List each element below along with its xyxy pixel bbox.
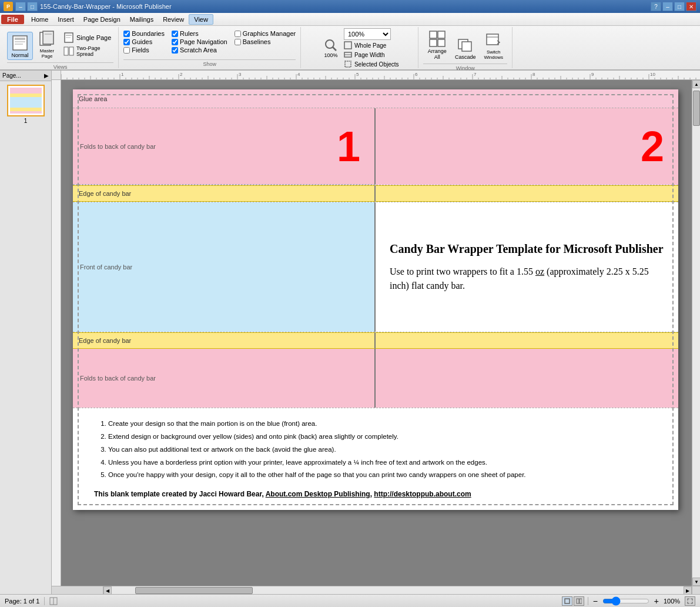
svg-rect-3 xyxy=(15,44,23,45)
scroll-thumb-h[interactable] xyxy=(135,587,253,594)
svg-rect-23 xyxy=(462,42,471,51)
svg-rect-2 xyxy=(15,41,25,42)
status-view-btn-2[interactable] xyxy=(574,596,584,606)
zoom-minus-btn[interactable]: − xyxy=(592,596,599,606)
boundaries-check[interactable] xyxy=(123,31,130,37)
two-page-spread-btn[interactable]: Two-PageSpread xyxy=(61,45,113,58)
status-sep1 xyxy=(44,597,45,605)
zoom-percent-btn[interactable]: 100% xyxy=(320,36,341,60)
canvas-wrapper: Glue area Folds to back of candy bar 1 xyxy=(61,80,692,586)
boundaries-label: Boundaries xyxy=(132,30,165,37)
scroll-up-btn[interactable]: ▲ xyxy=(692,80,700,88)
cascade-btn[interactable]: Cascade xyxy=(453,34,478,61)
window-title: 155-Candy-Bar-Wrapper - Microsoft Publis… xyxy=(40,3,172,10)
restore-window-btn[interactable]: □ xyxy=(674,2,685,11)
ribbon: Normal MasterPage Single Page Two-PageSp… xyxy=(0,26,700,71)
layout-small-btns: Single Page Two-PageSpread xyxy=(61,32,113,60)
scroll-track-v xyxy=(692,88,700,578)
minimize-btn[interactable]: – xyxy=(15,2,26,11)
scroll-left-btn[interactable]: ◀ xyxy=(103,586,112,594)
scrollbar-horizontal[interactable]: ◀ ▶ xyxy=(103,586,692,594)
scroll-down-btn[interactable]: ▼ xyxy=(692,578,700,586)
show-col-1: Boundaries Guides Fields xyxy=(123,29,165,54)
show-col-2: Rulers Page Navigation Scratch Area xyxy=(172,29,227,54)
menu-file[interactable]: File xyxy=(1,15,24,24)
fullscreen-btn[interactable] xyxy=(685,596,695,606)
edge-top-right xyxy=(376,185,678,202)
back-section-bottom-left: Folds to back of candy bar xyxy=(73,349,376,408)
edge-bottom-row: Edge of candy bar xyxy=(73,332,678,349)
number-2: 2 xyxy=(641,125,664,168)
svg-rect-167 xyxy=(580,599,582,603)
arrange-all-btn[interactable]: ArrangeAll xyxy=(424,28,450,61)
menu-home[interactable]: Home xyxy=(26,15,53,24)
status-bar: Page: 1 of 1 − + 100% xyxy=(0,594,700,607)
single-page-btn[interactable]: Single Page xyxy=(61,32,113,44)
arrange-all-icon xyxy=(428,29,447,48)
template-title: Candy Bar Wrapper Template for Microsoft… xyxy=(390,241,664,256)
scratch-check[interactable] xyxy=(172,47,178,54)
svg-rect-27 xyxy=(10,88,42,94)
ribbon-group-zoom: 100% 100% 75% 150% Whole Page Page Width xyxy=(301,27,418,68)
cascade-label: Cascade xyxy=(455,54,476,60)
switch-windows-icon xyxy=(484,31,503,49)
svg-rect-29 xyxy=(10,97,42,108)
zoom-slider[interactable] xyxy=(602,598,649,605)
svg-rect-28 xyxy=(10,94,42,97)
menu-insert[interactable]: Insert xyxy=(53,15,79,24)
edge-bottom-right xyxy=(376,332,678,349)
scroll-right-btn[interactable]: ▶ xyxy=(684,586,692,594)
ribbon-group-window: ArrangeAll Cascade SwitchWindows Window xyxy=(418,27,513,68)
fields-check[interactable] xyxy=(123,47,130,54)
rulers-check[interactable] xyxy=(172,31,178,37)
status-view-btn-1[interactable] xyxy=(562,596,572,606)
menu-review[interactable]: Review xyxy=(158,15,189,24)
zoom-plus-btn[interactable]: + xyxy=(653,596,660,606)
view-normal-btn[interactable]: Normal xyxy=(7,32,33,60)
close-window-btn[interactable]: ✕ xyxy=(686,2,696,11)
guides-label: Guides xyxy=(132,38,152,45)
svg-rect-9 xyxy=(66,37,71,38)
status-icon xyxy=(49,597,58,605)
graphics-mgr-check[interactable] xyxy=(235,31,241,37)
number-1: 1 xyxy=(337,125,360,168)
menu-page-design[interactable]: Page Design xyxy=(79,15,125,24)
fields-label: Fields xyxy=(132,46,149,54)
pages-panel: Page... ▶ 1 xyxy=(0,71,52,594)
scratch-label: Scratch Area xyxy=(180,46,217,54)
scroll-thumb-v[interactable] xyxy=(693,91,700,126)
page-nav-label: Page Navigation xyxy=(180,38,227,45)
scrollbar-vertical[interactable]: ▲ ▼ xyxy=(692,80,700,586)
help-btn[interactable]: ? xyxy=(651,2,661,11)
svg-rect-6 xyxy=(45,34,52,35)
svg-rect-24 xyxy=(487,34,498,45)
svg-rect-17 xyxy=(345,61,351,67)
switch-windows-btn[interactable]: SwitchWindows xyxy=(481,29,507,61)
zoom-percent-label: 100% xyxy=(324,52,337,58)
svg-rect-20 xyxy=(430,39,437,46)
svg-text:3: 3 xyxy=(239,72,242,77)
svg-rect-8 xyxy=(66,35,72,36)
guides-check[interactable] xyxy=(123,39,130,45)
canvas-area[interactable]: Glue area Folds to back of candy bar 1 xyxy=(61,80,692,586)
page-nav-check[interactable] xyxy=(172,39,178,45)
baselines-check[interactable] xyxy=(235,39,241,45)
page-status: Page: 1 of 1 xyxy=(5,598,39,605)
zoom-select[interactable]: 100% 75% 150% xyxy=(344,28,391,40)
menu-view[interactable]: View xyxy=(189,14,213,25)
restore-btn[interactable]: □ xyxy=(27,2,38,11)
page-thumbnail[interactable] xyxy=(7,85,45,116)
pages-expand-btn[interactable]: ▶ xyxy=(44,72,49,79)
minimize-window-btn[interactable]: – xyxy=(662,2,673,11)
pages-label: Page... xyxy=(2,72,21,79)
svg-text:6: 6 xyxy=(415,72,418,77)
ruler-vertical xyxy=(52,80,61,586)
rulers-label: Rulers xyxy=(180,30,199,37)
menu-mailings[interactable]: Mailings xyxy=(125,15,158,24)
edge-top-row: Edge of candy bar xyxy=(73,185,678,202)
view-master-page-btn[interactable]: MasterPage xyxy=(34,28,60,60)
svg-rect-165 xyxy=(565,599,570,603)
single-page-label: Single Page xyxy=(76,34,111,41)
scrollbar-row: ◀ ▶ xyxy=(52,586,700,594)
zoom-level: 100% xyxy=(664,598,681,605)
